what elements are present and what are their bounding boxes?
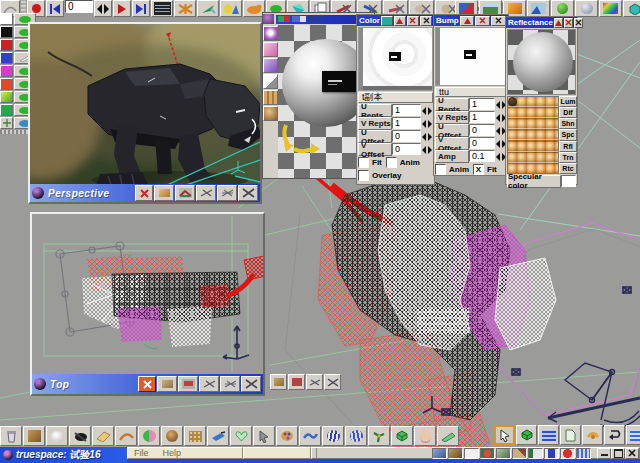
- swatch-black[interactable]: [0, 26, 13, 38]
- field-value[interactable]: 0: [469, 124, 495, 136]
- striped-sphere-icon[interactable]: [345, 426, 367, 446]
- move-camera-icon[interactable]: [199, 376, 219, 392]
- field-value[interactable]: 1: [469, 98, 495, 110]
- mountain-button[interactable]: [527, 0, 550, 17]
- trash-icon[interactable]: [0, 426, 22, 446]
- menu-file[interactable]: File: [134, 448, 149, 458]
- spike-tool-button[interactable]: [197, 0, 219, 17]
- flower-material-icon[interactable]: [263, 26, 278, 41]
- menu-help[interactable]: Help: [163, 448, 182, 458]
- spinner-icon[interactable]: [421, 143, 433, 156]
- anim-checkbox[interactable]: [386, 157, 397, 168]
- close-button[interactable]: [625, 448, 639, 459]
- close-icon[interactable]: [138, 376, 156, 392]
- view-tool-move-icon[interactable]: [306, 374, 323, 390]
- pencil-green-icon[interactable]: [437, 426, 459, 446]
- collapse-icon[interactable]: [394, 16, 406, 26]
- purple-smear-icon[interactable]: [263, 58, 278, 73]
- field-value[interactable]: 1: [392, 104, 421, 116]
- go-start-button[interactable]: [46, 0, 64, 17]
- close-icon[interactable]: [491, 16, 506, 26]
- close-icon[interactable]: [420, 16, 432, 26]
- swatch-orange-red[interactable]: [0, 78, 13, 90]
- channel-spc-button[interactable]: Spc: [559, 129, 577, 140]
- heart-green-icon[interactable]: [230, 426, 252, 446]
- view-tool-render-icon[interactable]: [288, 374, 305, 390]
- delete-icon[interactable]: [407, 16, 419, 26]
- swatch-white[interactable]: [0, 13, 13, 25]
- frame-field[interactable]: [65, 0, 93, 13]
- apple-button[interactable]: [551, 0, 574, 17]
- rotate-view-icon[interactable]: [220, 376, 240, 392]
- spinner-icon[interactable]: [421, 104, 433, 117]
- palette-icon[interactable]: [276, 426, 298, 446]
- spinner-icon[interactable]: [421, 130, 433, 143]
- task-2-icon[interactable]: [560, 448, 575, 459]
- go-end-button[interactable]: [132, 0, 150, 17]
- render-object-icon[interactable]: [157, 376, 177, 392]
- bump-texture-preview[interactable]: [435, 27, 507, 86]
- zoom-view-icon[interactable]: [241, 376, 261, 392]
- green-box-icon[interactable]: [391, 426, 413, 446]
- paint-blue-icon[interactable]: [207, 426, 229, 446]
- sphere-brown-icon[interactable]: [161, 426, 183, 446]
- delete-icon[interactable]: [475, 16, 490, 26]
- rainbow-button[interactable]: [599, 0, 622, 17]
- render-scene-icon[interactable]: [175, 185, 195, 201]
- field-value[interactable]: 0: [469, 137, 495, 149]
- file-page-button[interactable]: [560, 425, 581, 445]
- wood-cube-icon[interactable]: [23, 426, 45, 446]
- sphere-green-pink-icon[interactable]: [138, 426, 160, 446]
- cursor-tool-icon[interactable]: [253, 426, 275, 446]
- specular-color-swatch[interactable]: [561, 175, 576, 187]
- field-value[interactable]: 1: [392, 117, 421, 129]
- swatch-green[interactable]: [0, 104, 13, 116]
- chip-mode-icon[interactable]: [308, 16, 322, 22]
- top-titlebar[interactable]: Top: [32, 374, 263, 394]
- task-thumb-icon[interactable]: [464, 448, 479, 459]
- material-menu-icon[interactable]: [263, 14, 274, 24]
- overlay-checkbox[interactable]: [358, 170, 369, 181]
- field-value[interactable]: 0.1: [469, 150, 495, 162]
- render-scene-icon[interactable]: [178, 376, 198, 392]
- uv-tool-icon[interactable]: [115, 426, 137, 446]
- task-thumb-icon[interactable]: [432, 448, 447, 459]
- channel-shn-button[interactable]: Shn: [559, 118, 577, 129]
- spinner-icon[interactable]: [421, 117, 433, 130]
- task-axe-icon[interactable]: [512, 448, 527, 459]
- view-menu-icon[interactable]: [34, 378, 46, 390]
- view-tool-box-icon[interactable]: [270, 374, 287, 390]
- cross-tool-button[interactable]: [174, 0, 196, 17]
- step-frames-button[interactable]: [94, 0, 112, 17]
- undo-button[interactable]: [604, 425, 625, 445]
- clamp-orange-button[interactable]: [582, 425, 603, 445]
- preview-chip-icon[interactable]: [381, 16, 393, 26]
- task-thumb-icon[interactable]: [496, 448, 511, 459]
- view-menu-icon[interactable]: [32, 187, 44, 199]
- task-grid-icon[interactable]: [576, 448, 591, 459]
- render-object-icon[interactable]: [154, 185, 174, 201]
- rotate-view-icon[interactable]: [217, 185, 237, 201]
- restore-button[interactable]: [611, 448, 625, 459]
- collapse-icon[interactable]: [554, 18, 563, 28]
- channel-trn-button[interactable]: Trn: [559, 152, 577, 163]
- spray-tool-icon[interactable]: [69, 426, 91, 446]
- propeller-icon[interactable]: [368, 426, 390, 446]
- keyframe-editor-button[interactable]: [151, 0, 173, 17]
- select-arrow-button[interactable]: [494, 425, 515, 445]
- view-tool-zoom-icon[interactable]: [324, 374, 341, 390]
- task-m-icon[interactable]: [544, 448, 559, 459]
- perspective-titlebar[interactable]: Perspective: [30, 184, 260, 202]
- white-blob-icon[interactable]: [46, 426, 68, 446]
- color-panel-titlebar[interactable]: Color: [357, 15, 434, 26]
- task-thumb-icon[interactable]: [448, 448, 463, 459]
- field-value[interactable]: 0: [392, 130, 421, 142]
- reflectance-preview[interactable]: [507, 29, 576, 95]
- grid-table-button[interactable]: [538, 425, 559, 445]
- sphere-button[interactable]: [575, 0, 598, 17]
- dots-texture-icon[interactable]: [184, 426, 206, 446]
- field-value[interactable]: 0: [392, 143, 421, 155]
- channel-lum-button[interactable]: Lum: [559, 96, 577, 107]
- field-value[interactable]: 1: [469, 111, 495, 123]
- task-excel-icon[interactable]: [528, 448, 543, 459]
